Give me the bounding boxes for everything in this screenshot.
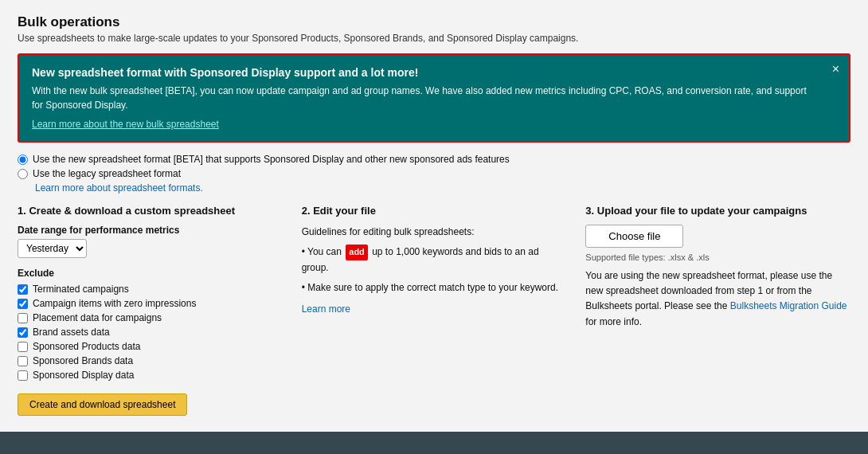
checkbox-sponsored-brands[interactable]: Sponsored Brands data [18,355,283,366]
exclude-label: Exclude [18,268,283,279]
radio-option-legacy[interactable]: Use the legacy spreadsheet format [18,168,850,179]
radio-legacy-format[interactable] [18,169,28,179]
upload-desc-post: for more info. [585,316,642,327]
create-download-button[interactable]: Create and download spreadsheet [18,393,187,416]
learn-more-edit-link[interactable]: Learn more [302,303,350,315]
banner-learn-more-link[interactable]: Learn more about the new bulk spreadshee… [32,119,219,130]
checkbox-terminated-campaigns[interactable]: Terminated campaigns [18,284,283,295]
col2-bullet1: • You can add up to 1,000 keywords and b… [302,245,567,276]
date-range-select[interactable]: Yesterday [18,239,87,258]
radio-legacy-format-label: Use the legacy spreadsheet format [33,168,181,179]
banner-title: New spreadsheet format with Sponsored Di… [32,66,820,79]
col2-bullet1-pre: • You can [302,246,342,257]
banner-close-button[interactable]: × [832,63,839,76]
col3-title: 3. Upload your file to update your campa… [585,205,850,217]
add-badge: add [346,245,368,260]
page-subtitle: Use spreadsheets to make large-scale upd… [18,33,850,44]
bottom-bar [0,432,868,454]
page-title: Bulk operations [18,14,850,30]
checkbox-sponsored-display[interactable]: Sponsored Display data [18,370,283,381]
checkbox-brand-assets[interactable]: Brand assets data [18,327,283,338]
upload-description: You are using the new spreadsheet format… [585,268,850,330]
col2-guidelines: Guidelines for editing bulk spreadsheets… [302,225,567,317]
date-range-label: Date range for performance metrics [18,225,283,236]
radio-new-format[interactable] [18,155,28,165]
col-edit-file: 2. Edit your file Guidelines for editing… [302,205,586,416]
col2-title: 2. Edit your file [302,205,567,217]
bulksheets-migration-guide-link[interactable]: Bulksheets Migration Guide [730,300,847,311]
main-columns: 1. Create & download a custom spreadshee… [18,205,850,416]
col-create-download: 1. Create & download a custom spreadshee… [18,205,302,416]
banner-body: With the new bulk spreadsheet [BETA], yo… [32,84,820,112]
col1-title: 1. Create & download a custom spreadshee… [18,205,283,217]
col2-bullet2: • Make sure to apply the correct match t… [302,280,567,295]
radio-new-format-label: Use the new spreadsheet format [BETA] th… [33,154,510,165]
checkbox-placement-data[interactable]: Placement data for campaigns [18,312,283,323]
file-types-label: Supported file types: .xlsx & .xls [585,252,850,262]
col-upload-file: 3. Upload your file to update your campa… [585,205,850,416]
announcement-banner: × New spreadsheet format with Sponsored … [18,53,850,143]
choose-file-button[interactable]: Choose file [585,225,683,248]
checkbox-zero-impressions[interactable]: Campaign items with zero impressions [18,298,283,309]
radio-option-new[interactable]: Use the new spreadsheet format [BETA] th… [18,154,850,165]
col2-guidelines-title: Guidelines for editing bulk spreadsheets… [302,225,567,240]
learn-more-formats-link[interactable]: Learn more about spreadsheet formats. [35,182,850,194]
format-selection: Use the new spreadsheet format [BETA] th… [18,154,850,194]
checkbox-sponsored-products[interactable]: Sponsored Products data [18,341,283,352]
